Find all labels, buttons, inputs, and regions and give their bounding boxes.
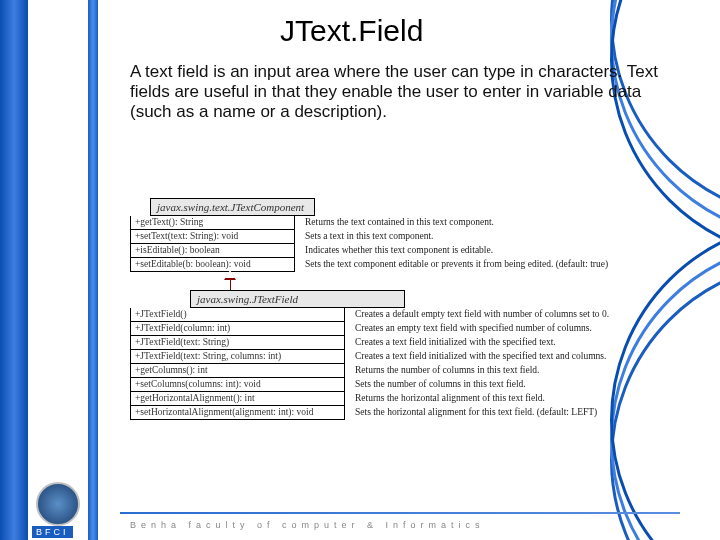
method-cell: +setEditable(b: boolean): void xyxy=(130,258,295,272)
uml-row: +setHorizontalAlignment(alignment: int):… xyxy=(130,406,680,420)
method-cell: +isEditable(): boolean xyxy=(130,244,295,258)
inheritance-connector xyxy=(230,272,232,290)
description-cell: Creates an empty text field with specifi… xyxy=(345,322,680,334)
uml-row: +setEditable(b: boolean): voidSets the t… xyxy=(130,258,680,272)
class-name-2: javax.swing.JTextField xyxy=(190,290,405,308)
uml-row: +JTextField(column: int)Creates an empty… xyxy=(130,322,680,336)
method-cell: +JTextField(column: int) xyxy=(130,322,345,336)
left-stripe2-decoration xyxy=(88,0,98,540)
description-cell: Returns the horizontal alignment of this… xyxy=(345,392,680,404)
method-cell: +JTextField(text: String) xyxy=(130,336,345,350)
footer-rule xyxy=(120,512,680,514)
footer: BFCI Benha faculty of computer & Informa… xyxy=(0,482,720,540)
description-cell: Sets the horizontal alignment for this t… xyxy=(345,406,680,418)
uml-row: +isEditable(): booleanIndicates whether … xyxy=(130,244,680,258)
description-cell: Returns the number of columns in this te… xyxy=(345,364,680,376)
org-abbr: BFCI xyxy=(32,526,73,538)
method-cell: +getColumns(): int xyxy=(130,364,345,378)
description-cell: Creates a text field initialized with th… xyxy=(345,350,680,362)
footer-text: Benha faculty of computer & Informatics xyxy=(130,520,485,530)
description-cell: Indicates whether this text component is… xyxy=(295,244,680,256)
method-cell: +setText(text: String): void xyxy=(130,230,295,244)
description-cell: Sets a text in this text component. xyxy=(295,230,680,242)
description-cell: Sets the text component editable or prev… xyxy=(295,258,680,270)
class-box-1: javax.swing.text.JTextComponent xyxy=(150,198,315,216)
uml-row: +JTextField(text: String)Creates a text … xyxy=(130,336,680,350)
left-stripe-decoration xyxy=(0,0,28,540)
class-name-1: javax.swing.text.JTextComponent xyxy=(150,198,315,216)
uml-row: +getText(): StringReturns the text conta… xyxy=(130,216,680,230)
method-cell: +setHorizontalAlignment(alignment: int):… xyxy=(130,406,345,420)
uml-row: +JTextField()Creates a default empty tex… xyxy=(130,308,680,322)
uml-row: +setText(text: String): voidSets a text … xyxy=(130,230,680,244)
uml-row: +JTextField(text: String, columns: int)C… xyxy=(130,350,680,364)
logo-icon xyxy=(36,482,80,526)
uml-row: +setColumns(columns: int): voidSets the … xyxy=(130,378,680,392)
method-cell: +setColumns(columns: int): void xyxy=(130,378,345,392)
description-cell: Creates a text field initialized with th… xyxy=(345,336,680,348)
uml-row: +getColumns(): intReturns the number of … xyxy=(130,364,680,378)
method-cell: +JTextField(text: String, columns: int) xyxy=(130,350,345,364)
uml-row: +getHorizontalAlignment(): intReturns th… xyxy=(130,392,680,406)
description-cell: Sets the number of columns in this text … xyxy=(345,378,680,390)
description-cell: Returns the text contained in this text … xyxy=(295,216,680,228)
intro-paragraph: A text field is an input area where the … xyxy=(130,62,660,122)
method-cell: +JTextField() xyxy=(130,308,345,322)
page-title: JText.Field xyxy=(280,14,423,48)
method-cell: +getHorizontalAlignment(): int xyxy=(130,392,345,406)
description-cell: Creates a default empty text field with … xyxy=(345,308,680,320)
class-box-2: javax.swing.JTextField xyxy=(190,290,405,308)
uml-diagram: javax.swing.text.JTextComponent +getText… xyxy=(130,198,680,420)
method-cell: +getText(): String xyxy=(130,216,295,230)
